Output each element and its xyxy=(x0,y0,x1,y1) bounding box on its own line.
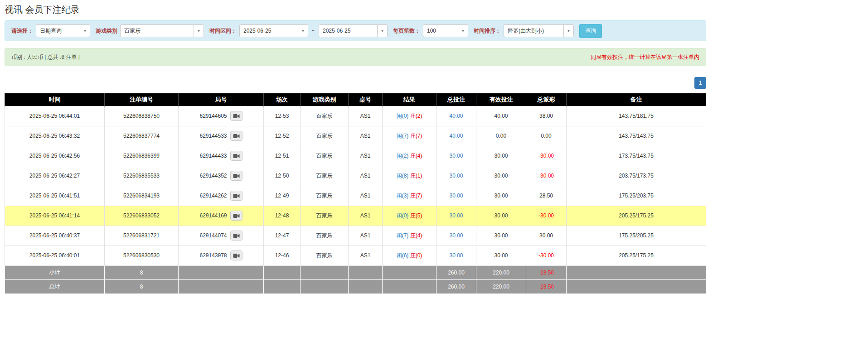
subtotal-empty-cell xyxy=(349,265,383,279)
query-type-value: 日期查询 xyxy=(36,25,80,37)
cell-table-no: AS1 xyxy=(349,206,383,226)
result-banker-text: 庄(7) xyxy=(410,133,422,139)
cell-round-id: 629144262 xyxy=(179,186,264,206)
table-row: 2025-06-25 06:43:32522606837774629144533… xyxy=(5,126,706,146)
range-separator: ~ xyxy=(312,28,315,34)
cell-bet-id: 522606834193 xyxy=(105,186,179,206)
caret-down-icon: ▼ xyxy=(377,25,387,37)
total-bet-link[interactable]: 30.00 xyxy=(449,232,463,239)
cell-round-id: 629144533 xyxy=(179,126,264,146)
round-id-text: 629144433 xyxy=(199,153,227,159)
cell-result: 闲(7) 庄(4) xyxy=(383,226,436,245)
video-replay-icon xyxy=(233,253,240,258)
total-bet-link[interactable]: 30.00 xyxy=(449,212,463,219)
cell-session: 12-53 xyxy=(264,106,301,126)
subtotal-row: 小计 8 260.00 220.00 -23.50 xyxy=(5,265,706,279)
result-player-text: 闲(8) xyxy=(397,173,409,179)
result-player-text: 闲(7) xyxy=(397,232,409,239)
video-replay-button[interactable] xyxy=(230,191,242,201)
cell-session: 12-47 xyxy=(264,226,301,245)
total-empty-cell xyxy=(349,279,383,294)
page-size-dropdown[interactable]: 100 ▼ xyxy=(423,24,468,37)
search-button[interactable]: 查询 xyxy=(579,24,602,38)
video-replay-icon xyxy=(233,134,240,139)
result-banker-text: 庄(2) xyxy=(410,113,422,119)
video-replay-button[interactable] xyxy=(230,250,242,260)
subtotal-total-bet: 260.00 xyxy=(436,265,476,279)
cell-game-type: 百家乐 xyxy=(301,206,349,226)
cell-result: 闲(6) 庄(0) xyxy=(383,245,436,265)
date-from-value: 2025-06-25 xyxy=(240,25,298,37)
game-type-value: 百家乐 xyxy=(121,25,194,37)
cell-total-bet: 30.00 xyxy=(436,166,476,186)
cell-total-bet: 30.00 xyxy=(436,206,476,226)
cell-time: 2025-06-25 06:42:27 xyxy=(5,166,105,186)
total-bet-link[interactable]: 30.00 xyxy=(449,193,463,199)
cell-remark: 205.25/175.25 xyxy=(567,245,706,265)
date-from-dropdown[interactable]: 2025-06-25 ▼ xyxy=(239,24,308,37)
total-empty-cell xyxy=(301,279,349,294)
subtotal-empty-cell xyxy=(179,265,264,279)
table-body: 2025-06-25 06:44:01522606838750629144605… xyxy=(5,106,706,265)
total-bet-link[interactable]: 40.00 xyxy=(449,113,463,119)
cell-game-type: 百家乐 xyxy=(301,226,349,245)
cell-time: 2025-06-25 06:40:01 xyxy=(5,245,105,265)
round-id-text: 629144605 xyxy=(199,113,227,119)
total-empty-cell xyxy=(383,279,436,294)
result-banker-text: 庄(4) xyxy=(410,232,422,239)
sort-order-dropdown[interactable]: 降幂(由大到小) ▼ xyxy=(504,24,574,37)
page-content: 视讯 会员下注纪录 请选择： 日期查询 ▼ 游戏类别 百家乐 ▼ 时间区间： 2… xyxy=(5,0,706,294)
query-type-dropdown[interactable]: 日期查询 ▼ xyxy=(36,24,90,37)
currency-total-text: 币别 : 人民币 | 总共 :8 注单 | xyxy=(11,53,80,61)
cell-result: 闲(0) 庄(2) xyxy=(383,106,436,126)
result-banker-text: 庄(0) xyxy=(410,252,422,259)
cell-total-bet: 30.00 xyxy=(436,226,476,245)
cell-time: 2025-06-25 06:42:56 xyxy=(5,146,105,166)
cell-remark: 203.75/173.75 xyxy=(567,166,706,186)
page-size-value: 100 xyxy=(423,25,458,37)
column-header: 备注 xyxy=(567,93,706,106)
video-replay-button[interactable] xyxy=(230,171,242,181)
date-to-dropdown[interactable]: 2025-06-25 ▼ xyxy=(319,24,388,37)
video-replay-button[interactable] xyxy=(230,111,242,121)
cell-total-bet: 40.00 xyxy=(436,126,476,146)
cell-table-no: AS1 xyxy=(349,106,383,126)
cell-bet-id: 522606833052 xyxy=(105,206,179,226)
column-header: 结果 xyxy=(383,93,436,106)
total-bet-link[interactable]: 30.00 xyxy=(449,252,463,259)
cell-round-id: 629144074 xyxy=(179,226,264,245)
total-empty-cell xyxy=(179,279,264,294)
round-id-text: 629144533 xyxy=(199,133,227,139)
caret-down-icon: ▼ xyxy=(458,25,468,37)
sort-order-label: 时间排序： xyxy=(474,27,501,35)
cell-valid-bet: 30.00 xyxy=(476,245,526,265)
round-id-text: 629143978 xyxy=(199,252,227,259)
video-replay-button[interactable] xyxy=(230,211,242,221)
caret-down-icon: ▼ xyxy=(194,25,204,37)
date-to-value: 2025-06-25 xyxy=(319,25,377,37)
video-replay-button[interactable] xyxy=(230,231,242,241)
total-payout: -23.50 xyxy=(526,279,567,294)
subtotal-empty-cell xyxy=(301,265,349,279)
select-type-label: 请选择： xyxy=(11,27,33,35)
result-banker-text: 庄(1) xyxy=(410,173,422,179)
column-header: 有效投注 xyxy=(476,93,526,106)
cell-table-no: AS1 xyxy=(349,186,383,206)
cell-result: 闲(8) 庄(1) xyxy=(383,166,436,186)
cell-result: 闲(7) 庄(7) xyxy=(383,126,436,146)
total-bet-link[interactable]: 40.00 xyxy=(449,133,463,139)
game-type-dropdown[interactable]: 百家乐 ▼ xyxy=(120,24,204,37)
total-bet-link[interactable]: 30.00 xyxy=(449,173,463,179)
sort-order-value: 降幂(由大到小) xyxy=(504,25,563,37)
cell-bet-id: 522606837774 xyxy=(105,126,179,146)
cell-bet-id: 522606831721 xyxy=(105,226,179,245)
cell-remark: 175.25/205.25 xyxy=(567,226,706,245)
page-button-1[interactable]: 1 xyxy=(694,77,706,89)
time-range-label: 时间区间： xyxy=(209,27,237,35)
video-replay-button[interactable] xyxy=(230,131,242,141)
page-size-label: 每页笔数： xyxy=(393,27,420,35)
column-header: 注单编号 xyxy=(105,93,179,106)
video-replay-button[interactable] xyxy=(230,151,242,161)
cell-round-id: 629144605 xyxy=(179,106,264,126)
total-bet-link[interactable]: 30.00 xyxy=(449,153,463,159)
